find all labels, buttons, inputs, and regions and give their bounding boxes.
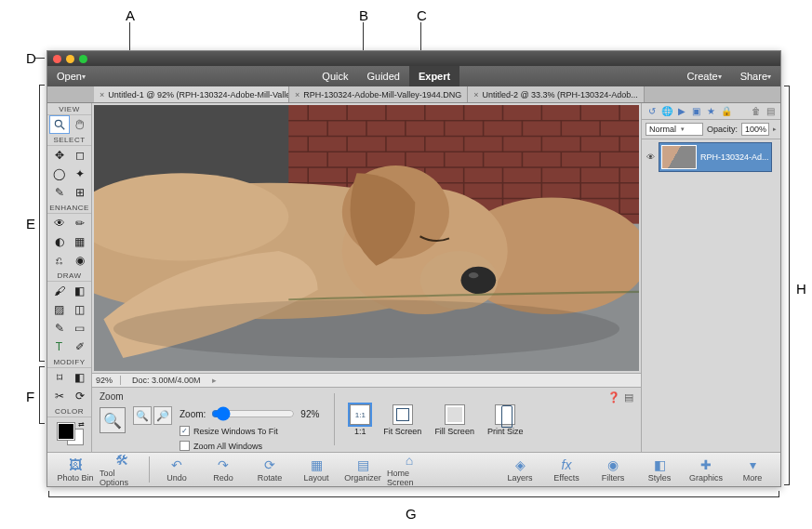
move-tool[interactable]: ✥ <box>49 146 70 165</box>
task-label: Home Screen <box>387 469 432 487</box>
maximize-icon[interactable] <box>79 55 87 63</box>
task-label: Photo Bin <box>57 473 93 483</box>
filters-button[interactable]: ◉Filters <box>591 454 635 485</box>
actions-icon[interactable]: ▶ <box>675 105 687 117</box>
straighten-tool[interactable]: ⟳ <box>70 387 90 405</box>
blur-tool[interactable]: ⎌ <box>49 251 70 270</box>
window-icon[interactable]: ▣ <box>690 105 702 117</box>
rotate-button[interactable]: ⟳Rotate <box>247 454 292 485</box>
tab-label: Untitled-2 @ 33.3% (RPH-130324-Adob... <box>482 90 637 99</box>
open-menu[interactable]: Open <box>47 71 95 82</box>
blend-mode-select[interactable]: Normal <box>646 123 703 136</box>
layer-visibility-icon[interactable]: 👁 <box>645 152 656 163</box>
lasso-tool[interactable]: ◯ <box>49 165 70 183</box>
spot-heal-tool[interactable]: ◐ <box>49 232 70 251</box>
layer-row[interactable]: RPH-130324-Ad... <box>659 142 772 172</box>
pencil-tool[interactable]: ✐ <box>70 337 90 356</box>
brush-tool[interactable]: 🖌 <box>49 282 70 300</box>
swap-colors-icon[interactable]: ⇄ <box>78 420 85 429</box>
mode-quick[interactable]: Quick <box>313 66 357 86</box>
task-label: Effects <box>553 473 579 483</box>
tab-label: RPH-130324-Adobe-Mill-Valley-1944.DNG <box>303 90 461 99</box>
close-tab-icon[interactable]: × <box>473 90 478 99</box>
magic-wand-tool[interactable]: ✦ <box>70 165 90 183</box>
red-eye-tool[interactable]: 👁 <box>49 214 70 232</box>
gradient-tool[interactable]: ◫ <box>70 300 90 319</box>
mode-guided[interactable]: Guided <box>357 66 408 86</box>
undo-history-icon[interactable]: ↺ <box>646 105 658 117</box>
share-menu[interactable]: Share <box>731 71 780 82</box>
image-canvas[interactable] <box>94 105 639 371</box>
effects-button[interactable]: fxEffects <box>544 454 589 485</box>
graphics-button[interactable]: ✚Graphics <box>684 454 728 485</box>
task-label: Filters <box>602 473 625 483</box>
hand-tool[interactable] <box>70 115 90 134</box>
status-menu-icon[interactable]: ▸ <box>212 376 217 385</box>
eraser-tool[interactable]: ◧ <box>70 282 90 300</box>
crop-tool[interactable]: ⌑ <box>49 368 70 387</box>
fit-label: Fill Screen <box>434 427 474 436</box>
redo-button[interactable]: ↷Redo <box>201 454 246 485</box>
document-tab[interactable]: ×RPH-130324-Adobe-Mill-Valley-1944.DNG <box>289 86 468 102</box>
chevron-icon[interactable]: ▸ <box>773 126 777 133</box>
print-size-button[interactable]: Print Size <box>487 404 524 436</box>
zoom-in-button[interactable]: 🔍 <box>133 406 152 425</box>
color-wells[interactable]: ⇄ <box>56 421 84 445</box>
main-area: VIEW SELECT ✥ ◻ ◯ ✦ ✎ ⊞ ENHANC <box>47 103 780 452</box>
marquee-tool[interactable]: ◻ <box>70 146 90 165</box>
opacity-field[interactable]: 100% <box>741 123 769 136</box>
window-controls <box>53 55 87 63</box>
fit-label: 1:1 <box>354 427 366 436</box>
minimize-icon[interactable] <box>66 55 74 63</box>
fit-screen-button[interactable]: Fit Screen <box>383 404 421 436</box>
panel-menu-icon[interactable]: ▤ <box>624 391 633 403</box>
fill-screen-button[interactable]: Fill Screen <box>434 404 474 436</box>
document-tab[interactable]: ×Untitled-1 @ 92% (RPH-130324-Adobe-Mill… <box>94 86 289 102</box>
content-aware-tool[interactable]: ✂ <box>49 387 70 405</box>
panel-menu-icon[interactable]: ▤ <box>765 105 777 117</box>
zoom-1to1-button[interactable]: 1:1 <box>350 404 370 436</box>
mode-expert[interactable]: Expert <box>409 66 459 86</box>
layers-button[interactable]: ◈Layers <box>498 454 542 485</box>
close-tab-icon[interactable]: × <box>295 90 300 99</box>
layer-options: Normal Opacity: 100% ▸ <box>642 120 780 139</box>
eyedropper-tool[interactable]: ✎ <box>49 319 70 337</box>
organizer-button[interactable]: ▤Organizer <box>340 454 385 485</box>
zoom-tool[interactable] <box>49 115 70 134</box>
lock-icon[interactable]: 🔒 <box>720 105 732 117</box>
create-menu[interactable]: Create <box>678 71 731 82</box>
callout-A: A <box>126 7 135 23</box>
undo-button[interactable]: ↶Undo <box>154 454 199 485</box>
trash-icon[interactable]: 🗑 <box>750 105 762 117</box>
quick-select-tool[interactable]: ✎ <box>49 183 70 202</box>
document-tab[interactable]: ×Untitled-2 @ 33.3% (RPH-130324-Adob... <box>468 86 645 102</box>
close-tab-icon[interactable]: × <box>100 90 104 99</box>
foreground-color[interactable] <box>58 423 74 440</box>
whiten-teeth-tool[interactable]: ✏ <box>70 214 90 232</box>
zoom-out-button[interactable]: 🔎 <box>153 406 172 425</box>
tool-options-button[interactable]: 🛠Tool Options <box>100 454 144 485</box>
layout-button[interactable]: ▦Layout <box>294 454 339 485</box>
selection-brush-tool[interactable]: ⊞ <box>70 183 90 202</box>
tool-preview: 🔍 <box>100 407 126 433</box>
favorites-icon[interactable]: ★ <box>705 105 717 117</box>
more-button[interactable]: ▾More <box>730 454 775 485</box>
type-tool[interactable]: T <box>49 337 70 356</box>
resize-windows-label: Resize Windows To Fit <box>193 427 278 436</box>
paint-bucket-tool[interactable]: ▨ <box>49 300 70 319</box>
callout-C: C <box>417 7 427 23</box>
photo-bin-button[interactable]: 🖼Photo Bin <box>53 454 98 485</box>
styles-button[interactable]: ◧Styles <box>637 454 682 485</box>
globe-icon[interactable]: 🌐 <box>660 105 672 117</box>
shape-tool[interactable]: ▭ <box>70 319 90 337</box>
recompose-tool[interactable]: ◧ <box>70 368 90 387</box>
help-icon[interactable]: ❓ <box>607 391 620 403</box>
status-zoom[interactable]: 92% <box>96 376 121 385</box>
home-screen-button[interactable]: ⌂Home Screen <box>387 454 432 485</box>
resize-windows-checkbox[interactable]: ✓ <box>180 426 190 436</box>
clone-stamp-tool[interactable]: ▦ <box>70 232 90 251</box>
zoom-slider[interactable] <box>211 406 295 421</box>
zoom-all-checkbox[interactable] <box>180 441 190 451</box>
close-icon[interactable] <box>53 55 61 63</box>
sponge-tool[interactable]: ◉ <box>70 251 90 270</box>
